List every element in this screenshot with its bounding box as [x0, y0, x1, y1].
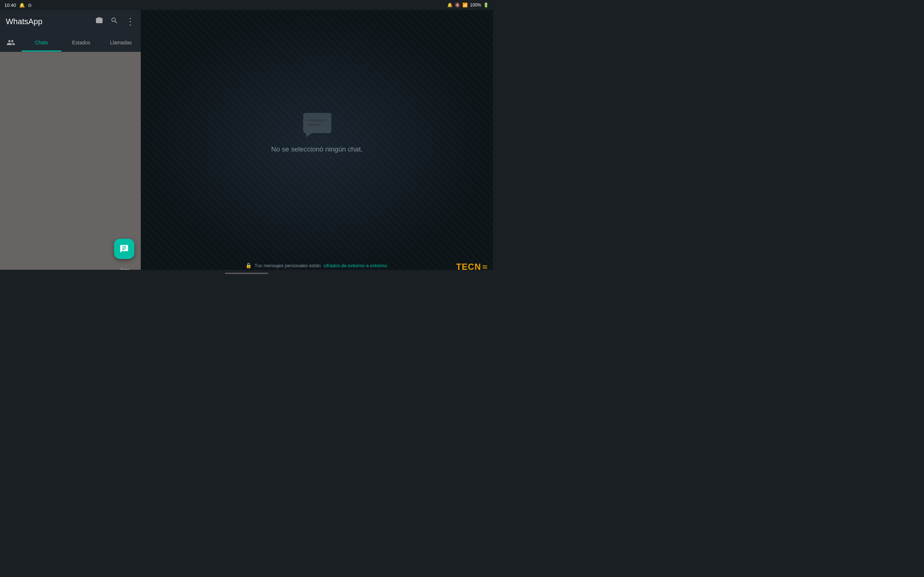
svg-rect-0: [303, 113, 331, 133]
battery-icon: 🔋: [483, 3, 489, 8]
tab-llamadas[interactable]: Llamadas: [101, 33, 141, 52]
battery-display: 100%: [470, 3, 481, 8]
encryption-link[interactable]: cifrados de extremo a extremo.: [323, 263, 388, 268]
tabs: Chats Estados Llamadas: [0, 33, 141, 52]
tab-chats[interactable]: Chats: [22, 33, 61, 52]
svg-rect-2: [307, 124, 320, 126]
tab-estados[interactable]: Estados: [61, 33, 101, 52]
new-chat-fab[interactable]: [114, 239, 134, 259]
header-icons: ⋮: [95, 16, 135, 27]
tab-community[interactable]: [0, 33, 22, 52]
no-chat-text: No se seleccionó ningún chat.: [271, 145, 363, 153]
search-icon[interactable]: [110, 16, 118, 27]
status-bar-left: 10:40 🔔 ⊙: [4, 3, 32, 8]
mute-icon: 🔇: [455, 3, 460, 8]
more-options-icon[interactable]: ⋮: [126, 17, 135, 26]
encryption-text: Tus mensajes personales están: [254, 263, 320, 268]
status-bar: 10:40 🔔 ⊙ 🔔 🔇 📶 100% 🔋: [0, 0, 493, 10]
nav-pill: [225, 272, 268, 274]
time-display: 10:40: [4, 3, 16, 8]
left-panel: WhatsApp ⋮ Chats Estados: [0, 10, 141, 277]
wifi-icon: 📶: [462, 3, 468, 8]
alarm-icon: 🔔: [19, 3, 25, 8]
lock-icon: 🔒: [246, 263, 252, 268]
notification-icon: 🔔: [447, 3, 452, 8]
camera-icon[interactable]: [95, 16, 103, 27]
encryption-notice: 🔒 Tus mensajes personales están cifrados…: [141, 263, 493, 268]
whatsapp-status-icon: ⊙: [28, 3, 32, 8]
svg-marker-3: [306, 133, 312, 137]
svg-rect-1: [307, 119, 326, 121]
right-panel: No se seleccionó ningún chat. 🔒 Tus mens…: [141, 10, 493, 277]
app-title: WhatsApp: [6, 17, 43, 26]
app-header: WhatsApp ⋮: [0, 10, 141, 33]
nav-bar: [0, 270, 493, 277]
chat-list: Ayer: [0, 52, 141, 277]
status-bar-right: 🔔 🔇 📶 100% 🔋: [447, 3, 489, 8]
no-chat-icon: [302, 112, 331, 135]
